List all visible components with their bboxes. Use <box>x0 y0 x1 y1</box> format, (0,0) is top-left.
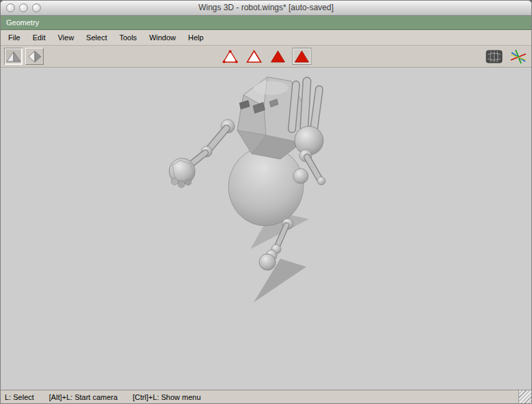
flat-shaded-button[interactable] <box>4 48 23 65</box>
smooth-shaded-button[interactable] <box>25 48 44 65</box>
flat-shaded-cone-icon <box>5 50 22 63</box>
status-select-hint: L: Select <box>5 393 34 401</box>
viewport-3d[interactable] <box>1 68 531 390</box>
titlebar[interactable]: Wings 3D - robot.wings* [auto-saved] <box>1 1 531 16</box>
face-select-button[interactable] <box>269 48 287 64</box>
toolbar <box>1 46 531 68</box>
body-select-button[interactable] <box>293 48 311 64</box>
menu-select[interactable]: Select <box>80 30 113 45</box>
close-button[interactable] <box>6 3 15 12</box>
minimize-button[interactable] <box>19 3 28 12</box>
axes-icon <box>509 48 527 65</box>
edge-select-button[interactable] <box>246 48 263 64</box>
axes-button[interactable] <box>509 48 527 65</box>
shading-mode-group <box>4 48 44 65</box>
menu-help[interactable]: Help <box>182 30 210 45</box>
geometry-window-header[interactable]: Geometry <box>1 16 531 30</box>
vertex-select-icon <box>222 49 239 63</box>
menu-view[interactable]: View <box>52 30 80 45</box>
status-camera-hint: [Alt]+L: Start camera <box>49 393 118 401</box>
menu-file[interactable]: File <box>2 30 27 45</box>
robot-left-arm[interactable] <box>169 119 235 188</box>
edge-select-icon <box>246 49 263 63</box>
statusbar: L: Select [Alt]+L: Start camera [Ctrl]+L… <box>1 390 531 403</box>
view-tools-group <box>486 48 527 65</box>
subdivision-preview-button[interactable] <box>486 50 503 63</box>
resize-grip[interactable] <box>518 390 531 403</box>
menubar: File Edit View Select Tools Window Help <box>1 30 531 46</box>
menu-tools[interactable]: Tools <box>113 30 143 45</box>
selection-mode-group <box>222 48 311 64</box>
wings3d-window: Wings 3D - robot.wings* [auto-saved] Geo… <box>0 0 532 404</box>
menu-edit[interactable]: Edit <box>27 30 52 45</box>
body-select-icon <box>294 49 310 63</box>
status-menu-hint: [Ctrl]+L: Show menu <box>132 393 201 401</box>
smooth-shaded-cone-icon <box>27 50 43 63</box>
face-select-icon <box>270 49 286 63</box>
subdivision-preview-icon <box>486 50 503 63</box>
robot-model[interactable] <box>1 68 531 390</box>
vertex-select-button[interactable] <box>222 48 239 64</box>
window-controls <box>6 3 41 12</box>
geometry-label: Geometry <box>6 18 39 27</box>
zoom-button[interactable] <box>32 3 41 12</box>
menu-window[interactable]: Window <box>143 30 182 45</box>
window-title: Wings 3D - robot.wings* [auto-saved] <box>1 1 531 15</box>
